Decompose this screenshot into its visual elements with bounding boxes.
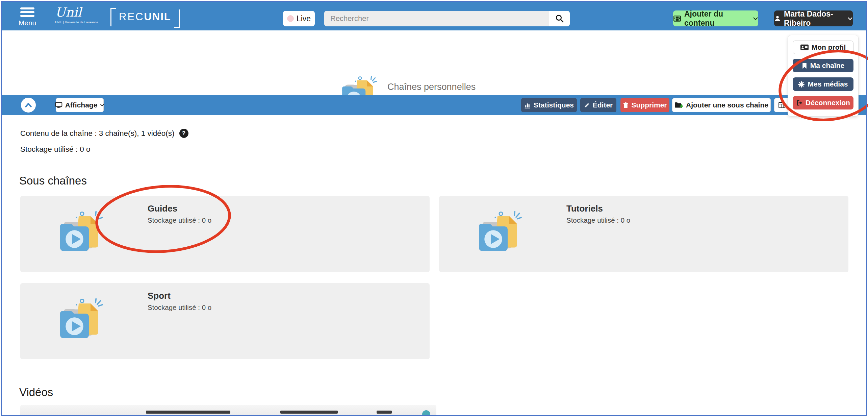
subchannel-card-tutoriels[interactable]: Tutoriels Stockage utilisé : 0 o [439,196,848,272]
folder-media-icon [57,295,107,343]
subchannel-storage: Stockage utilisé : 0 o [148,216,211,224]
logo-bracket-left [110,8,116,26]
chevron-down-icon [100,103,104,107]
subchannel-storage: Stockage utilisé : 0 o [566,216,630,224]
my-profile-label: Mon profil [812,43,846,51]
clipped-video-text-fragment [280,411,338,414]
recunil-channel-page: Menu Unil UNIL | Université de Lausanne … [0,0,868,417]
subchannel-card-guides[interactable]: Guides Stockage utilisé : 0 o [20,196,430,272]
video-row-partial[interactable] [20,405,436,416]
logout-button[interactable]: Déconnexion [793,96,853,109]
id-card-icon [800,44,809,51]
channel-supertitle: Chaînes personnelles [387,82,536,92]
my-channel-button[interactable]: Ma chaîne [793,59,853,72]
scroll-top-button[interactable] [21,98,36,113]
chevron-down-icon [753,17,758,21]
menu-button[interactable]: Menu [17,6,38,27]
folder-media-icon [476,208,526,256]
channel-content-summary: Contenu de la chaîne : 3 chaîne(s), 1 vi… [20,129,175,138]
my-profile-button[interactable]: Mon profil [793,41,853,54]
add-subchannel-button[interactable]: Ajouter une sous chaîne [672,98,771,112]
subchannel-card-sport[interactable]: Sport Stockage utilisé : 0 o [20,283,430,359]
clipped-video-text-fragment [146,411,230,414]
bookmark-icon [802,63,807,69]
search-input[interactable] [324,11,549,26]
grid-icon [778,102,785,108]
my-media-label: Mes médias [808,80,848,88]
sign-out-icon [796,100,802,106]
add-content-button[interactable]: Ajouter du contenu [673,10,758,26]
live-label: Live [297,14,311,23]
monitor-icon [55,102,62,108]
film-icon [673,15,681,22]
unil-logo-subtext: UNIL | Université de Lausanne [55,21,99,24]
subchannel-title: Sport [148,291,171,301]
help-icon[interactable]: ? [179,129,188,138]
live-dot-icon [287,15,294,22]
sub-channels-heading: Sous chaînes [19,174,87,187]
hamburger-icon [17,7,38,17]
video-status-dot [422,410,430,416]
subchannel-storage: Stockage utilisé : 0 o [148,303,211,312]
delete-button[interactable]: Supprimer [620,98,669,112]
user-name-label: Marta Dados-Ribeiro [784,9,844,28]
edit-button[interactable]: Éditer [580,98,616,112]
chevron-down-icon [847,17,853,21]
add-subchannel-label: Ajouter une sous chaîne [686,101,768,109]
folder-media-icon [57,208,107,256]
top-navbar: Menu Unil UNIL | Université de Lausanne … [2,2,866,30]
user-dropdown-menu: Mon profil Ma chaîne Mes médias Déconnex… [788,35,859,117]
logo-rec-text: REC [119,11,144,23]
recunil-logo[interactable]: RECUNIL [110,8,180,25]
logout-label: Déconnexion [806,99,850,107]
clipped-video-text-fragment [377,411,392,414]
my-channel-label: Ma chaîne [810,62,845,70]
add-content-label: Ajouter du contenu [684,9,750,28]
subchannel-title: Guides [148,203,177,214]
menu-button-label: Menu [17,19,38,27]
user-menu-button[interactable]: Marta Dados-Ribeiro [774,10,853,26]
media-burst-icon [798,81,805,88]
videos-heading: Vidéos [19,386,53,399]
live-button[interactable]: Live [283,11,315,26]
search-icon [555,14,564,23]
my-media-button[interactable]: Mes médias [793,77,853,91]
search-button[interactable] [549,11,570,26]
pencil-icon [584,102,590,108]
logo-bracket-right [174,9,180,28]
trash-icon [623,102,629,108]
display-label: Affichage [65,101,98,109]
bar-chart-icon [524,102,531,108]
logo-unil-text: UNIL [144,11,171,23]
unil-logo[interactable]: Unil UNIL | Université de Lausanne [55,6,99,24]
channel-header: Chaînes personnelles Marta Dados-Ribeiro [2,30,866,95]
channel-toolbar: Affichage Statistiques Éditer [2,95,866,115]
statistics-label: Statistiques [534,101,574,109]
display-dropdown-button[interactable]: Affichage [56,98,104,112]
unil-wordmark: Unil [55,6,99,19]
section-divider [2,162,866,162]
edit-label: Éditer [593,101,613,109]
user-icon [774,15,781,22]
subchannel-title: Tutoriels [566,203,603,214]
channel-storage-info: Stockage utilisé : 0 o [20,145,91,154]
folder-plus-icon [674,102,683,108]
delete-label: Supprimer [631,101,667,109]
search-bar [324,11,570,26]
statistics-button[interactable]: Statistiques [521,98,577,112]
chevron-up-icon [24,102,32,108]
